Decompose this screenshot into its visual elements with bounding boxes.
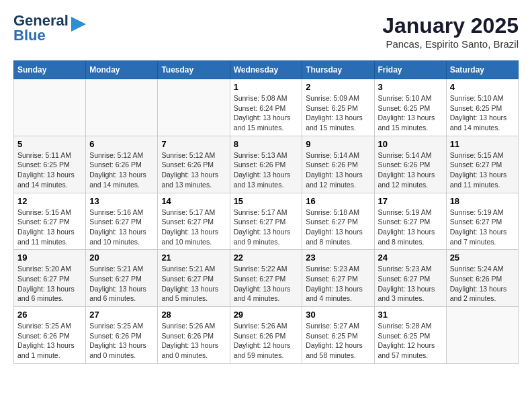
calendar-day-cell: 27Sunrise: 5:25 AMSunset: 6:26 PMDayligh… — [86, 307, 158, 364]
day-info: Sunrise: 5:21 AMSunset: 6:27 PMDaylight:… — [161, 264, 226, 304]
day-info: Sunrise: 5:27 AMSunset: 6:25 PMDaylight:… — [306, 321, 370, 361]
calendar-day-cell: 8Sunrise: 5:13 AMSunset: 6:26 PMDaylight… — [230, 136, 302, 193]
day-info: Sunrise: 5:20 AMSunset: 6:27 PMDaylight:… — [17, 264, 82, 304]
day-info: Sunrise: 5:15 AMSunset: 6:27 PMDaylight:… — [450, 150, 515, 190]
day-info: Sunrise: 5:23 AMSunset: 6:27 PMDaylight:… — [378, 264, 443, 304]
weekday-header-monday: Monday — [86, 61, 158, 79]
day-number: 3 — [378, 82, 443, 92]
day-number: 20 — [89, 253, 154, 263]
logo-arrow-icon — [71, 17, 86, 32]
calendar-day-cell: 25Sunrise: 5:24 AMSunset: 6:26 PMDayligh… — [446, 250, 518, 307]
calendar-day-cell: 12Sunrise: 5:15 AMSunset: 6:27 PMDayligh… — [14, 193, 86, 250]
calendar-table: SundayMondayTuesdayWednesdayThursdayFrid… — [13, 60, 519, 364]
calendar-day-cell: 28Sunrise: 5:26 AMSunset: 6:26 PMDayligh… — [158, 307, 230, 364]
day-number: 12 — [17, 196, 82, 206]
day-number: 1 — [234, 82, 299, 92]
calendar-day-cell — [446, 307, 518, 364]
calendar-day-cell: 15Sunrise: 5:17 AMSunset: 6:27 PMDayligh… — [230, 193, 302, 250]
day-info: Sunrise: 5:26 AMSunset: 6:26 PMDaylight:… — [234, 321, 299, 361]
day-number: 5 — [17, 139, 82, 149]
day-number: 28 — [161, 310, 226, 320]
calendar-day-cell: 17Sunrise: 5:19 AMSunset: 6:27 PMDayligh… — [374, 193, 446, 250]
day-number: 6 — [89, 139, 154, 149]
weekday-header-tuesday: Tuesday — [158, 61, 230, 79]
day-number: 9 — [306, 139, 370, 149]
calendar-day-cell: 13Sunrise: 5:16 AMSunset: 6:27 PMDayligh… — [86, 193, 158, 250]
day-info: Sunrise: 5:18 AMSunset: 6:27 PMDaylight:… — [306, 208, 370, 247]
location-title: Pancas, Espirito Santo, Brazil — [382, 38, 519, 50]
weekday-header-wednesday: Wednesday — [230, 61, 302, 79]
calendar-day-cell: 10Sunrise: 5:14 AMSunset: 6:26 PMDayligh… — [374, 136, 446, 193]
day-info: Sunrise: 5:23 AMSunset: 6:27 PMDaylight:… — [306, 264, 370, 304]
day-number: 2 — [306, 82, 370, 92]
calendar-day-cell: 6Sunrise: 5:12 AMSunset: 6:26 PMDaylight… — [86, 136, 158, 193]
day-info: Sunrise: 5:08 AMSunset: 6:24 PMDaylight:… — [234, 93, 299, 133]
month-title: January 2025 — [382, 13, 519, 38]
day-info: Sunrise: 5:15 AMSunset: 6:27 PMDaylight:… — [17, 208, 82, 247]
day-info: Sunrise: 5:17 AMSunset: 6:27 PMDaylight:… — [234, 208, 299, 247]
calendar-day-cell: 16Sunrise: 5:18 AMSunset: 6:27 PMDayligh… — [302, 193, 374, 250]
svg-marker-0 — [71, 17, 86, 32]
title-area: January 2025 Pancas, Espirito Santo, Bra… — [382, 13, 519, 50]
calendar-day-cell: 3Sunrise: 5:10 AMSunset: 6:25 PMDaylight… — [374, 79, 446, 136]
day-number: 10 — [378, 139, 443, 149]
calendar-day-cell: 1Sunrise: 5:08 AMSunset: 6:24 PMDaylight… — [230, 79, 302, 136]
calendar-day-cell: 24Sunrise: 5:23 AMSunset: 6:27 PMDayligh… — [374, 250, 446, 307]
calendar-week-row: 5Sunrise: 5:11 AMSunset: 6:25 PMDaylight… — [14, 136, 519, 193]
day-number: 4 — [450, 82, 515, 92]
day-info: Sunrise: 5:11 AMSunset: 6:25 PMDaylight:… — [17, 150, 82, 190]
day-info: Sunrise: 5:19 AMSunset: 6:27 PMDaylight:… — [378, 208, 443, 247]
day-info: Sunrise: 5:09 AMSunset: 6:25 PMDaylight:… — [306, 93, 370, 133]
day-info: Sunrise: 5:19 AMSunset: 6:27 PMDaylight:… — [450, 208, 515, 247]
day-info: Sunrise: 5:16 AMSunset: 6:27 PMDaylight:… — [89, 208, 154, 247]
calendar-day-cell: 9Sunrise: 5:14 AMSunset: 6:26 PMDaylight… — [302, 136, 374, 193]
day-info: Sunrise: 5:10 AMSunset: 6:25 PMDaylight:… — [450, 93, 515, 133]
day-info: Sunrise: 5:12 AMSunset: 6:26 PMDaylight:… — [89, 150, 154, 190]
day-number: 15 — [234, 196, 299, 206]
calendar-day-cell: 20Sunrise: 5:21 AMSunset: 6:27 PMDayligh… — [86, 250, 158, 307]
calendar-day-cell: 19Sunrise: 5:20 AMSunset: 6:27 PMDayligh… — [14, 250, 86, 307]
day-info: Sunrise: 5:21 AMSunset: 6:27 PMDaylight:… — [89, 264, 154, 304]
logo: General Blue — [13, 13, 86, 43]
day-info: Sunrise: 5:13 AMSunset: 6:26 PMDaylight:… — [234, 150, 299, 190]
calendar-day-cell: 7Sunrise: 5:12 AMSunset: 6:26 PMDaylight… — [158, 136, 230, 193]
calendar-day-cell — [14, 79, 86, 136]
day-info: Sunrise: 5:12 AMSunset: 6:26 PMDaylight:… — [161, 150, 226, 190]
day-number: 18 — [450, 196, 515, 206]
day-number: 11 — [450, 139, 515, 149]
calendar-day-cell: 29Sunrise: 5:26 AMSunset: 6:26 PMDayligh… — [230, 307, 302, 364]
day-number: 17 — [378, 196, 443, 206]
weekday-header-saturday: Saturday — [446, 61, 518, 79]
calendar-day-cell — [158, 79, 230, 136]
day-info: Sunrise: 5:25 AMSunset: 6:26 PMDaylight:… — [17, 321, 82, 361]
weekday-header-row: SundayMondayTuesdayWednesdayThursdayFrid… — [14, 61, 519, 79]
day-number: 31 — [378, 310, 443, 320]
weekday-header-friday: Friday — [374, 61, 446, 79]
day-number: 24 — [378, 253, 443, 263]
calendar-day-cell: 21Sunrise: 5:21 AMSunset: 6:27 PMDayligh… — [158, 250, 230, 307]
calendar-day-cell: 31Sunrise: 5:28 AMSunset: 6:25 PMDayligh… — [374, 307, 446, 364]
weekday-header-sunday: Sunday — [14, 61, 86, 79]
calendar-day-cell: 26Sunrise: 5:25 AMSunset: 6:26 PMDayligh… — [14, 307, 86, 364]
day-number: 13 — [89, 196, 154, 206]
day-info: Sunrise: 5:28 AMSunset: 6:25 PMDaylight:… — [378, 321, 443, 361]
day-info: Sunrise: 5:14 AMSunset: 6:26 PMDaylight:… — [378, 150, 443, 190]
day-info: Sunrise: 5:24 AMSunset: 6:26 PMDaylight:… — [450, 264, 515, 304]
calendar-day-cell: 11Sunrise: 5:15 AMSunset: 6:27 PMDayligh… — [446, 136, 518, 193]
day-number: 16 — [306, 196, 370, 206]
calendar-week-row: 12Sunrise: 5:15 AMSunset: 6:27 PMDayligh… — [14, 193, 519, 250]
calendar-week-row: 26Sunrise: 5:25 AMSunset: 6:26 PMDayligh… — [14, 307, 519, 364]
calendar-week-row: 1Sunrise: 5:08 AMSunset: 6:24 PMDaylight… — [14, 79, 519, 136]
day-number: 7 — [161, 139, 226, 149]
calendar-day-cell: 5Sunrise: 5:11 AMSunset: 6:25 PMDaylight… — [14, 136, 86, 193]
day-number: 27 — [89, 310, 154, 320]
day-number: 19 — [17, 253, 82, 263]
weekday-header-thursday: Thursday — [302, 61, 374, 79]
calendar-day-cell: 22Sunrise: 5:22 AMSunset: 6:27 PMDayligh… — [230, 250, 302, 307]
calendar-day-cell: 14Sunrise: 5:17 AMSunset: 6:27 PMDayligh… — [158, 193, 230, 250]
day-info: Sunrise: 5:10 AMSunset: 6:25 PMDaylight:… — [378, 93, 443, 133]
calendar-day-cell — [86, 79, 158, 136]
day-number: 29 — [234, 310, 299, 320]
day-number: 21 — [161, 253, 226, 263]
calendar-week-row: 19Sunrise: 5:20 AMSunset: 6:27 PMDayligh… — [14, 250, 519, 307]
